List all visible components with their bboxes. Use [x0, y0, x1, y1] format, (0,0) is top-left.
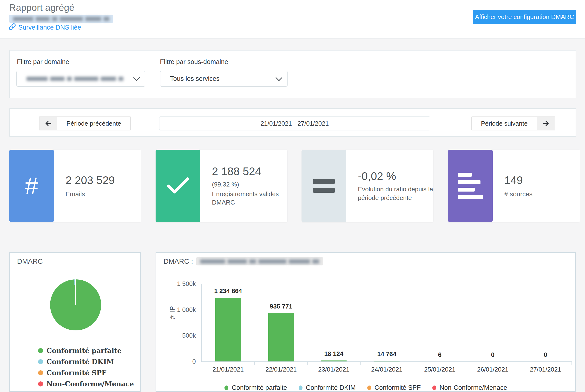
bar-card-title-prefix: DMARC : [164, 258, 193, 266]
bar-plot-area: 1 234 864 21/01/2021 935 771 22/01/2021 … [201, 284, 571, 362]
x-axis-tick [254, 362, 254, 365]
bar [215, 298, 241, 362]
stat-card-ratio-evolution: -0,02 % Evolution du ratio depuis la pér… [302, 150, 433, 222]
redacted-domain-title [196, 257, 323, 266]
previous-period-button[interactable]: Période précédente [39, 116, 131, 130]
legend-item-spf[interactable]: Conformité SPF [38, 369, 134, 377]
legend-item-perfect[interactable]: Conformité parfaite [224, 384, 287, 392]
legend-item-threat[interactable]: Non-Conforme/Menace [432, 384, 507, 392]
y-tick: 1 000k [160, 306, 196, 314]
bar [268, 313, 294, 362]
legend-dot-red [38, 382, 43, 386]
legend-dot-blue [299, 386, 303, 390]
period-nav-card: Période précédente 21/01/2021 - 27/01/20… [9, 108, 576, 137]
x-category-label: 27/01/2021 [519, 366, 572, 373]
legend-label: Conformité parfaite [47, 347, 122, 355]
bar-slot: 14 764 24/01/2021 [360, 284, 413, 362]
valid-dmarc-label: Enregistrements valides DMARC [212, 190, 287, 207]
filters-card: Filtre par domaine Filtre par sous-domai… [9, 50, 576, 98]
ratio-evolution-value: -0,02 % [358, 170, 433, 183]
dmarc-bar-card: DMARC : # IP 1 500k 1 000k 500k 0 1 234 … [156, 252, 576, 392]
x-axis-tick [413, 362, 413, 365]
legend-label: Conformité DKIM [306, 384, 356, 392]
legend-dot-orange [38, 370, 43, 376]
top-header: Rapport agrégé Surveillance DNS liée Aff… [0, 0, 585, 38]
legend-dot-green [224, 386, 228, 390]
legend-item-perfect[interactable]: Conformité parfaite [38, 347, 134, 355]
x-category-label: 22/01/2021 [254, 366, 308, 373]
dmarc-pie-card: DMARC Conformité parfaite Conformité DKI… [9, 252, 141, 392]
valid-dmarc-count: 2 188 524 [212, 165, 287, 178]
stat-card-emails: # 2 203 529 Emails [9, 150, 141, 222]
x-category-label: 21/01/2021 [202, 366, 254, 373]
legend-label: Conformité DKIM [47, 358, 114, 366]
legend-item-threat[interactable]: Non-Conforme/Menace [38, 380, 134, 388]
x-axis-tick [466, 362, 466, 365]
domain-filter-select[interactable] [16, 71, 145, 87]
x-category-label: 26/01/2021 [466, 366, 519, 373]
redacted-domain-subtitle [9, 15, 113, 22]
emails-count: 2 203 529 [66, 174, 141, 187]
hash-icon: # [9, 150, 54, 222]
y-tick: 1 500k [160, 280, 196, 288]
y-tick: 0 [160, 358, 196, 365]
x-category-label: 23/01/2021 [307, 366, 360, 373]
bar-slot: 0 27/01/2021 [519, 284, 572, 362]
bar-legend: Conformité parfaite Conformité DKIM Conf… [156, 384, 575, 392]
chevron-down-icon [275, 74, 282, 81]
sources-count: 149 [504, 174, 580, 187]
arrow-right-icon [537, 117, 555, 130]
legend-label: Conformité SPF [375, 384, 421, 392]
bar [321, 360, 347, 362]
previous-period-label: Période précédente [57, 117, 130, 130]
bar-slot: 6 25/01/2021 [413, 284, 466, 362]
bar [374, 361, 400, 362]
x-axis-tick [360, 362, 361, 365]
legend-dot-blue [38, 359, 43, 364]
valid-dmarc-percent: (99,32 %) [212, 180, 287, 189]
stat-card-valid-dmarc: 2 188 524 (99,32 %) Enregistrements vali… [156, 150, 287, 222]
dns-link-label: Surveillance DNS liée [18, 24, 81, 31]
subdomain-filter-select[interactable]: Tous les services [160, 71, 287, 87]
legend-label: Non-Conforme/Menace [47, 380, 134, 388]
subdomain-filter-label: Filtre par sous-domaine [160, 58, 228, 66]
equals-icon [302, 150, 346, 222]
bar-slot: 18 124 23/01/2021 [307, 284, 360, 362]
bar-value-label: 1 234 864 [202, 287, 254, 295]
legend-dot-orange [367, 386, 371, 390]
show-dmarc-config-button[interactable]: Afficher votre configuration DMARC [473, 10, 576, 24]
legend-item-spf[interactable]: Conformité SPF [367, 384, 421, 392]
legend-label: Non-Conforme/Menace [440, 384, 507, 392]
domain-filter-label: Filtre par domaine [17, 58, 69, 66]
legend-label: Conformité parfaite [232, 384, 287, 392]
emails-label: Emails [66, 190, 141, 198]
page-title: Rapport agrégé [9, 2, 74, 13]
bar-value-label: 935 771 [254, 303, 308, 310]
legend-label: Conformité SPF [47, 369, 106, 377]
subdomain-filter-value: Tous les services [170, 75, 220, 82]
x-axis-tick [307, 362, 308, 365]
pie-slice-separator [75, 280, 76, 305]
x-category-label: 25/01/2021 [413, 366, 466, 373]
next-period-label: Période suivante [472, 117, 537, 130]
dns-monitoring-link[interactable]: Surveillance DNS liée [9, 23, 81, 32]
x-category-label: 24/01/2021 [360, 366, 413, 373]
link-chain-icon [9, 23, 16, 32]
legend-item-dkim[interactable]: Conformité DKIM [299, 384, 356, 392]
bar-value-label: 14 764 [360, 350, 413, 358]
dmarc-pie-chart [50, 280, 101, 330]
legend-dot-red [432, 386, 436, 390]
next-period-button[interactable]: Période suivante [471, 116, 555, 130]
x-axis-tick [571, 362, 572, 365]
date-range-picker[interactable]: 21/01/2021 - 27/01/2021 [159, 116, 430, 130]
sources-label: # sources [504, 190, 580, 198]
x-axis-tick [519, 362, 519, 365]
check-icon [156, 150, 200, 222]
arrow-left-icon [40, 117, 57, 130]
redacted-domain-value [27, 77, 123, 81]
pie-card-title: DMARC [10, 253, 140, 270]
chevron-down-icon [133, 74, 140, 81]
legend-item-dkim[interactable]: Conformité DKIM [38, 358, 134, 366]
list-icon [448, 150, 493, 222]
bar-value-label: 18 124 [307, 350, 360, 358]
